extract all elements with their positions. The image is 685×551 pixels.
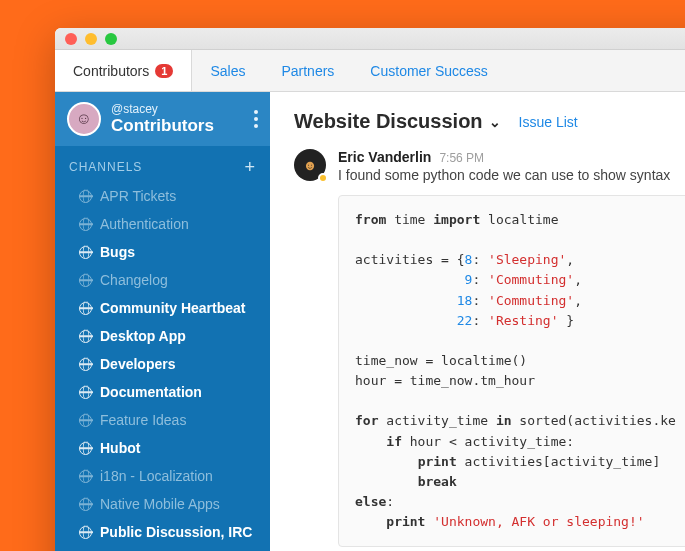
add-channel-icon[interactable]: + [244, 161, 256, 173]
channel-item[interactable]: Feature Ideas [55, 406, 270, 434]
team-tab-bar: Contributors1SalesPartnersCustomer Succe… [55, 50, 685, 92]
channel-header: Website Discussion ⌄ Issue List [294, 110, 685, 133]
channel-label: Community Heartbeat [100, 300, 245, 316]
team-text: @stacey Contributors [111, 102, 214, 136]
titlebar [55, 28, 685, 50]
channel-title[interactable]: Website Discussion ⌄ [294, 110, 501, 133]
status-dot-icon [318, 173, 328, 183]
channel-label: Changelog [100, 272, 168, 288]
message-author: Eric Vanderlin [338, 149, 431, 165]
globe-icon [79, 526, 92, 539]
channel-item[interactable]: Hubot [55, 434, 270, 462]
globe-icon [79, 302, 92, 315]
tab-label: Sales [210, 63, 245, 79]
tab-customer-success[interactable]: Customer Success [352, 50, 505, 91]
message-text: I found some python code we can use to s… [338, 167, 685, 183]
globe-icon [79, 190, 92, 203]
globe-icon [79, 246, 92, 259]
globe-icon [79, 498, 92, 511]
message-body: Eric Vanderlin7:56 PMI found some python… [338, 149, 685, 547]
issue-list-link[interactable]: Issue List [519, 114, 578, 130]
channel-label: Feature Ideas [100, 412, 186, 428]
close-icon[interactable] [65, 33, 77, 45]
main-pane: Website Discussion ⌄ Issue List ☻Eric Va… [270, 92, 685, 551]
globe-icon [79, 470, 92, 483]
message: ☻Eric Vanderlin7:56 PMI found some pytho… [294, 149, 685, 547]
tab-label: Contributors [73, 63, 149, 79]
channel-label: Native Mobile Apps [100, 496, 220, 512]
kebab-icon[interactable] [254, 110, 258, 128]
channel-label: i18n - Localization [100, 468, 213, 484]
message-time: 7:56 PM [439, 151, 484, 165]
message-header: Eric Vanderlin7:56 PM [338, 149, 685, 165]
team-name: Contributors [111, 116, 214, 136]
channel-item[interactable]: Changelog [55, 266, 270, 294]
channel-item[interactable]: Documentation [55, 378, 270, 406]
chevron-down-icon: ⌄ [489, 114, 501, 130]
tab-label: Partners [281, 63, 334, 79]
channels-title: CHANNELS [69, 160, 142, 174]
tab-contributors[interactable]: Contributors1 [55, 50, 192, 91]
tab-partners[interactable]: Partners [263, 50, 352, 91]
globe-icon [79, 330, 92, 343]
code-block: from time import localtime activities = … [338, 195, 685, 547]
channel-label: Public Discussion, IRC [100, 524, 252, 540]
channel-label: Developers [100, 356, 175, 372]
channel-item[interactable]: Public Discussion, IRC [55, 518, 270, 546]
team-handle: @stacey [111, 102, 214, 116]
zoom-icon[interactable] [105, 33, 117, 45]
globe-icon [79, 218, 92, 231]
team-header[interactable]: ☺ @stacey Contributors [55, 92, 270, 146]
globe-icon [79, 274, 92, 287]
minimize-icon[interactable] [85, 33, 97, 45]
channel-item[interactable]: Community Heartbeat [55, 294, 270, 322]
channel-label: Desktop App [100, 328, 186, 344]
channel-label: Hubot [100, 440, 140, 456]
channel-item[interactable]: Bugs [55, 238, 270, 266]
channel-label: Documentation [100, 384, 202, 400]
channel-list: APR TicketsAuthenticationBugsChangelogCo… [55, 182, 270, 546]
channel-item[interactable]: Authentication [55, 210, 270, 238]
channel-item[interactable]: APR Tickets [55, 182, 270, 210]
channel-label: Authentication [100, 216, 189, 232]
channel-item[interactable]: Native Mobile Apps [55, 490, 270, 518]
avatar: ☻ [294, 149, 326, 181]
channel-label: Bugs [100, 244, 135, 260]
tab-sales[interactable]: Sales [192, 50, 263, 91]
globe-icon [79, 358, 92, 371]
channel-title-text: Website Discussion [294, 110, 483, 133]
app-window: Contributors1SalesPartnersCustomer Succe… [55, 28, 685, 551]
tab-badge: 1 [155, 64, 173, 78]
channel-item[interactable]: Desktop App [55, 322, 270, 350]
avatar: ☺ [67, 102, 101, 136]
channel-item[interactable]: Developers [55, 350, 270, 378]
channel-label: APR Tickets [100, 188, 176, 204]
globe-icon [79, 386, 92, 399]
channel-item[interactable]: i18n - Localization [55, 462, 270, 490]
tab-label: Customer Success [370, 63, 487, 79]
sidebar: ☺ @stacey Contributors CHANNELS + APR Ti… [55, 92, 270, 551]
globe-icon [79, 442, 92, 455]
globe-icon [79, 414, 92, 427]
channels-section-header: CHANNELS + [55, 146, 270, 182]
